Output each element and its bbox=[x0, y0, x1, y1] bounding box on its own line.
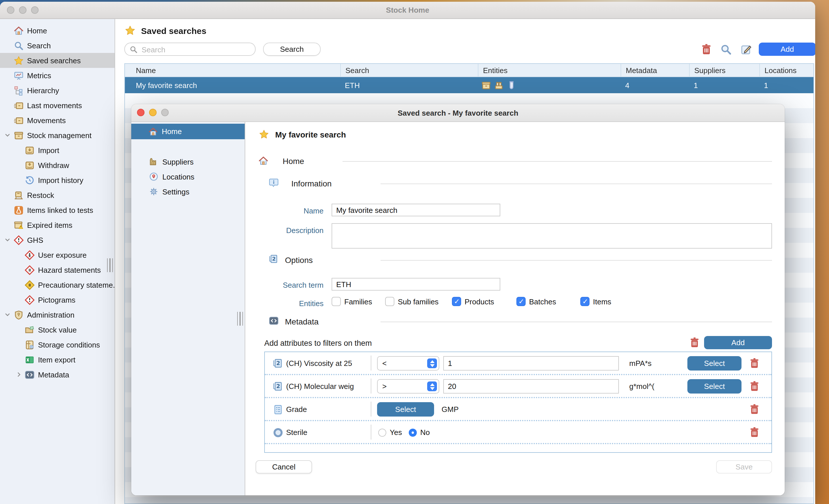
add-filter-button[interactable]: Add bbox=[704, 336, 772, 349]
chevron-down-icon[interactable] bbox=[4, 236, 11, 243]
box-withdraw-icon bbox=[25, 160, 35, 170]
sidebar-item-items-linked-to-tests[interactable]: Items linked to tests bbox=[0, 202, 115, 218]
minimize-window-button[interactable] bbox=[19, 6, 27, 14]
stepper-icon[interactable] bbox=[427, 358, 437, 368]
stepper-icon[interactable] bbox=[427, 382, 437, 391]
column-header-metadata[interactable]: Metadata bbox=[621, 64, 689, 77]
sidebar-item-import[interactable]: Import bbox=[0, 143, 115, 158]
delete-row-icon[interactable] bbox=[749, 427, 760, 438]
add-button[interactable]: Add bbox=[759, 43, 815, 56]
sidebar-item-movements[interactable]: Movements bbox=[0, 113, 115, 128]
sidebar-item-administration[interactable]: Administration bbox=[0, 307, 115, 322]
chevron-right-icon[interactable] bbox=[15, 371, 23, 378]
name-field[interactable] bbox=[332, 204, 500, 216]
radio-no[interactable] bbox=[409, 429, 417, 437]
delete-icon[interactable] bbox=[700, 44, 712, 55]
sidebar-item-saved-searches[interactable]: Saved searches bbox=[0, 53, 115, 68]
sidebar-item-ghs[interactable]: GHS bbox=[0, 232, 115, 247]
sidebar-item-metrics[interactable]: Metrics bbox=[0, 68, 115, 83]
dialog-titlebar: Saved search - My favorite search bbox=[131, 104, 785, 122]
dialog-nav-item-settings[interactable]: Settings bbox=[131, 184, 245, 199]
minimize-dialog-button[interactable] bbox=[149, 109, 156, 116]
delete-filters-icon[interactable] bbox=[689, 337, 700, 348]
sidebar-splitter-handle[interactable] bbox=[107, 258, 113, 272]
hierarchy-icon bbox=[14, 85, 24, 95]
checkbox-batches[interactable]: Batches bbox=[516, 297, 556, 306]
search-icon bbox=[130, 45, 138, 53]
filter-value-input[interactable] bbox=[443, 379, 619, 393]
search-input[interactable] bbox=[141, 44, 252, 56]
checkbox-checked-icon[interactable] bbox=[452, 297, 461, 306]
checkbox-icon[interactable] bbox=[385, 297, 394, 306]
sidebar-item-stock-management[interactable]: Stock management bbox=[0, 128, 115, 143]
delete-row-icon[interactable] bbox=[749, 358, 760, 369]
checkbox-families[interactable]: Families bbox=[332, 297, 372, 306]
zoom-dialog-button[interactable] bbox=[161, 109, 169, 116]
sidebar-item-pictograms[interactable]: Pictograms bbox=[0, 292, 115, 307]
sidebar-item-metadata[interactable]: Metadata bbox=[0, 367, 115, 382]
folder-icon bbox=[25, 325, 35, 335]
sidebar-item-withdraw[interactable]: Withdraw bbox=[0, 158, 115, 172]
column-header-suppliers[interactable]: Suppliers bbox=[689, 64, 759, 77]
sidebar-item-stock-value[interactable]: Stock value bbox=[0, 322, 115, 337]
sidebar-item-restock[interactable]: Restock bbox=[0, 188, 115, 202]
dialog-splitter-handle[interactable] bbox=[237, 312, 243, 326]
flask-icon bbox=[14, 205, 24, 215]
zoom-window-button[interactable] bbox=[31, 6, 39, 14]
sidebar-item-hierarchy[interactable]: Hierarchy bbox=[0, 83, 115, 98]
table-row[interactable]: My favorite search ETH 4 1 1 bbox=[125, 77, 814, 94]
delete-row-icon[interactable] bbox=[749, 381, 760, 392]
delete-row-icon[interactable] bbox=[749, 404, 760, 415]
column-header-name[interactable]: Name bbox=[125, 64, 340, 77]
select-button[interactable]: Select bbox=[687, 356, 742, 371]
column-header-search[interactable]: Search bbox=[340, 64, 478, 77]
save-button[interactable]: Save bbox=[716, 460, 772, 473]
operator-select[interactable]: > bbox=[377, 379, 439, 393]
close-window-button[interactable] bbox=[7, 6, 14, 14]
window-controls[interactable] bbox=[7, 6, 39, 14]
column-header-entities[interactable]: Entities bbox=[478, 64, 621, 77]
window-titlebar: Stock Home bbox=[0, 2, 815, 19]
chevron-down-icon[interactable] bbox=[4, 132, 11, 139]
checkbox-sub-families[interactable]: Sub families bbox=[385, 297, 439, 306]
attribute-name: Grade bbox=[286, 405, 361, 414]
column-header-locations[interactable]: Locations bbox=[759, 64, 814, 77]
sidebar-item-search[interactable]: Search bbox=[0, 38, 115, 53]
sidebar-item-expired-items[interactable]: Expired items bbox=[0, 218, 115, 232]
sidebar-item-hazard-statements[interactable]: Hazard statements bbox=[0, 262, 115, 277]
cancel-button[interactable]: Cancel bbox=[256, 460, 312, 473]
radio-yes[interactable] bbox=[378, 429, 386, 437]
operator-select[interactable]: < bbox=[377, 356, 439, 371]
edit-icon[interactable] bbox=[740, 44, 752, 55]
dialog-nav-item-home[interactable]: Home bbox=[131, 124, 245, 139]
sidebar-item-user-exposure[interactable]: User exposure bbox=[0, 247, 115, 262]
search-button[interactable]: Search bbox=[263, 43, 321, 56]
search-term-field[interactable] bbox=[332, 278, 500, 290]
sidebar-item-last-movements[interactable]: Last movements bbox=[0, 98, 115, 113]
filter-value-input[interactable] bbox=[443, 356, 619, 371]
checkbox-checked-icon[interactable] bbox=[516, 297, 526, 306]
search-input-wrapper bbox=[124, 43, 256, 56]
row-metadata-count: 4 bbox=[621, 77, 689, 94]
sidebar-item-home[interactable]: Home bbox=[0, 23, 115, 38]
checkbox-checked-icon[interactable] bbox=[580, 297, 589, 306]
checkbox-icon[interactable] bbox=[332, 297, 341, 306]
magnifier-icon[interactable] bbox=[720, 44, 732, 55]
dialog-nav-item-suppliers[interactable]: Suppliers bbox=[131, 154, 245, 169]
sidebar-item-item-export[interactable]: Item export bbox=[0, 352, 115, 367]
code-icon bbox=[269, 316, 279, 326]
dialog-window-controls[interactable] bbox=[137, 109, 169, 116]
dialog-nav-item-locations[interactable]: Locations bbox=[131, 169, 245, 184]
sidebar-item-import-history[interactable]: Import history bbox=[0, 172, 115, 188]
sidebar-item-precautionary-statements[interactable]: Precautionary stateme... bbox=[0, 277, 115, 292]
ghs-person-icon bbox=[25, 250, 35, 260]
chevron-down-icon[interactable] bbox=[4, 311, 11, 318]
checkbox-items[interactable]: Items bbox=[580, 297, 611, 306]
sidebar-item-storage-conditions[interactable]: Storage conditions bbox=[0, 337, 115, 352]
select-button[interactable]: Select bbox=[687, 379, 742, 393]
close-dialog-button[interactable] bbox=[137, 109, 144, 116]
storage-icon bbox=[25, 340, 35, 350]
checkbox-products[interactable]: Products bbox=[452, 297, 494, 306]
description-field[interactable] bbox=[332, 223, 772, 248]
select-button[interactable]: Select bbox=[377, 402, 434, 417]
